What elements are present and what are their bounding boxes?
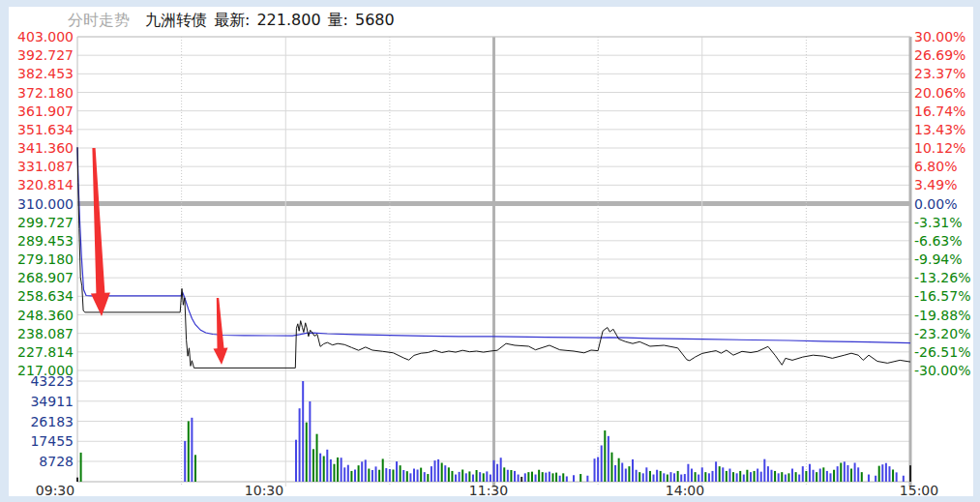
volume-axis-label: 34911 [0,394,74,409]
price-axis-label: 382.453 [0,66,74,81]
price-axis-label: 392.727 [0,47,74,63]
percent-axis-label: 16.74% [914,103,965,119]
percent-axis-label: 10.12% [914,140,965,156]
percent-axis-label: 0.00% [914,196,957,212]
percent-axis-label: 30.00% [914,29,965,44]
percent-axis-label: 20.06% [914,85,965,101]
time-axis-label: 14:00 [654,483,716,498]
price-axis-label: 227.814 [0,344,74,360]
percent-axis-label: 23.37% [914,66,965,81]
price-axis-label: 403.000 [0,29,74,44]
price-axis-label: 310.000 [0,196,74,212]
time-axis-label: 11:30 [458,483,520,498]
price-axis-label: 268.907 [0,270,74,285]
volume-axis-label: 17455 [0,433,74,449]
percent-axis-label: 3.49% [914,177,957,192]
percent-axis-label: -26.51% [914,344,970,360]
percent-axis-label: 6.80% [914,159,957,174]
price-axis-label: 279.180 [0,251,74,267]
price-axis-label: 372.180 [0,85,74,101]
price-axis-label: 289.453 [0,233,74,249]
percent-axis-label: -9.94% [914,251,963,267]
percent-axis-label: -16.57% [914,288,970,304]
price-axis-label: 351.634 [0,122,74,137]
time-axis-label: 15:00 [888,483,950,498]
price-axis-label: 238.087 [0,326,74,341]
price-axis-label: 361.907 [0,103,74,119]
price-axis-label: 341.360 [0,140,74,156]
volume-axis-label: 8728 [0,454,74,469]
percent-axis-label: -30.00% [914,363,970,378]
percent-axis-label: -13.26% [914,270,970,285]
percent-axis-label: -3.31% [914,215,963,230]
volume-axis-label: 43223 [0,373,74,389]
percent-axis-label: -19.88% [914,308,970,323]
percent-axis-label: 26.69% [914,47,965,63]
price-axis-label: 299.727 [0,215,74,230]
percent-axis-label: 13.43% [914,122,965,137]
price-axis-label: 320.814 [0,177,74,192]
percent-axis-label: -23.20% [914,326,970,341]
percent-axis-label: -6.63% [914,233,963,249]
price-axis-label: 258.634 [0,288,74,304]
intraday-chart-page: { "header": { "panel_label": "分时走势", "se… [0,0,980,502]
time-axis-label: 10:30 [233,483,295,498]
time-axis-label: 09:30 [24,483,86,498]
price-axis-label: 331.087 [0,159,74,174]
volume-axis-label: 26183 [0,414,74,429]
chart-plot-area[interactable] [77,37,910,482]
price-axis-label: 248.360 [0,308,74,323]
